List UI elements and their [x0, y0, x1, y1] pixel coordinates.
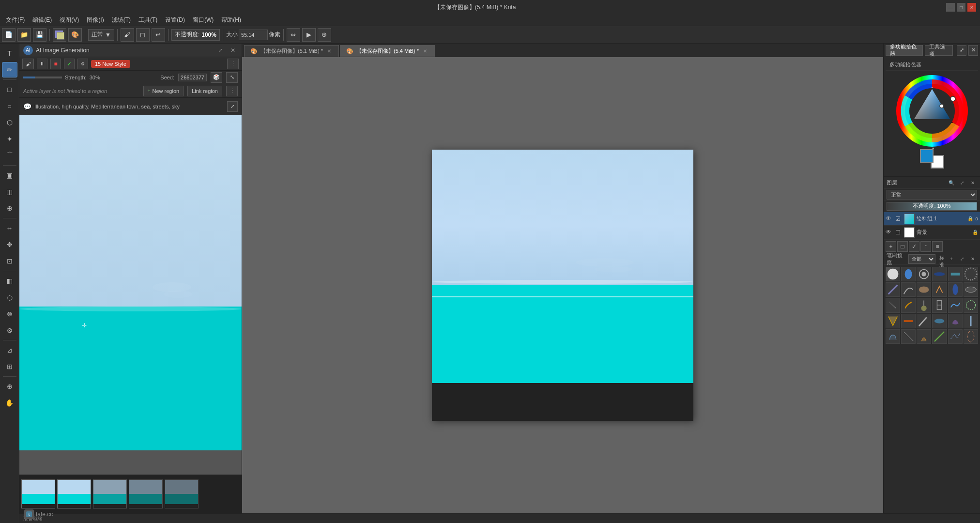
tool-colorpick[interactable]: ⊕	[2, 200, 17, 216]
tool-rect[interactable]: □	[2, 82, 17, 97]
foreground-color-btn[interactable]	[53, 28, 66, 42]
menu-file[interactable]: 文件(F)	[2, 15, 29, 25]
brush-preset-basic-5[interactable]	[948, 267, 963, 281]
minimize-button[interactable]: —	[946, 3, 955, 12]
layer-1-eye[interactable]: 👁	[886, 215, 893, 223]
brush-preset-pen-2[interactable]	[901, 282, 916, 297]
open-document-button[interactable]: 📁	[17, 28, 31, 42]
brush-preset-marker-6[interactable]	[964, 314, 978, 328]
tool-guides[interactable]: ⊞	[2, 359, 17, 374]
layer-1-checkbox[interactable]: ☑	[895, 215, 902, 222]
brush-preset-basic-3[interactable]	[917, 267, 931, 281]
brush-close-button[interactable]: ✕	[968, 255, 977, 263]
close-button[interactable]: ✕	[967, 3, 976, 12]
layer-opacity-bar[interactable]: 不透明度: 100%	[887, 202, 977, 211]
layer-visible-button[interactable]: ✓	[909, 241, 919, 252]
layer-2-checkbox[interactable]: ☐	[895, 229, 902, 236]
brush-add-preset[interactable]: +	[947, 255, 956, 263]
tool-pan[interactable]: ✋	[2, 395, 17, 411]
brush-standard-view[interactable]: 标准	[937, 255, 946, 263]
brush-preset-basic-6[interactable]	[964, 267, 978, 281]
right-panel-float-btn[interactable]: ⤢	[957, 45, 966, 56]
layer-up-button[interactable]: ↑	[920, 241, 931, 252]
menu-edit[interactable]: 编辑(E)	[29, 15, 56, 25]
layer-1-alpha[interactable]: α	[975, 216, 978, 221]
ai-preview-canvas[interactable]: ✛	[19, 115, 242, 513]
prompt-expand-button[interactable]: ⤢	[227, 101, 238, 112]
brush-preset-pencil-3[interactable]	[917, 298, 931, 312]
mirror-h-button[interactable]: ⇔	[287, 28, 300, 42]
layer-1-lock[interactable]: 🔒	[967, 216, 973, 221]
tab-tool-options[interactable]: 工具选项	[925, 45, 953, 56]
brush-tool-button[interactable]: 🖌	[121, 28, 134, 42]
foreground-color-swatch[interactable]	[920, 149, 934, 163]
brush-preset-ink-1[interactable]	[886, 329, 900, 344]
new-document-button[interactable]: 📄	[2, 28, 15, 42]
layer-search-button[interactable]: 🔍	[947, 179, 956, 187]
ai-stop-button[interactable]: ■	[50, 59, 61, 69]
menu-filter[interactable]: 滤镜(T)	[108, 15, 135, 25]
layer-2-eye[interactable]: 👁	[886, 229, 893, 236]
brush-float-button[interactable]: ⤢	[958, 255, 966, 263]
layer-group-button[interactable]: □	[897, 241, 908, 252]
ai-panel-options-button[interactable]: ⋮	[227, 59, 239, 69]
menu-settings[interactable]: 设置(D)	[161, 15, 189, 25]
tool-transform[interactable]: ↔	[2, 220, 17, 236]
undo-button[interactable]: ↩	[152, 28, 165, 42]
eraser-button[interactable]: ◻	[136, 28, 150, 42]
brush-preset-basic-4[interactable]	[932, 267, 947, 281]
brush-preset-ink-6[interactable]	[964, 329, 978, 344]
brush-preset-pencil-2[interactable]	[901, 298, 916, 312]
layer-blend-mode-select[interactable]: 正常 正片叠底 滤色 叠加	[887, 190, 977, 200]
brush-preset-marker-5[interactable]	[948, 314, 963, 328]
tool-zoom[interactable]: ⊕	[2, 379, 17, 394]
canvas-tab-2[interactable]: 🎨 【未保存图像】(5.4 MiB) * ✕	[340, 45, 435, 57]
brush-preset-basic-2[interactable]	[901, 267, 916, 281]
mirror-v-button[interactable]: ▶	[302, 28, 316, 42]
maximize-button[interactable]: □	[957, 3, 965, 12]
tool-move[interactable]: ✥	[2, 237, 17, 252]
brush-preset-pencil-6[interactable]	[964, 298, 978, 312]
tab-2-close[interactable]: ✕	[422, 48, 429, 55]
tab-1-close[interactable]: ✕	[326, 48, 333, 55]
brush-preset-pen-1[interactable]	[886, 282, 900, 297]
seed-random-button[interactable]: 🎲	[211, 72, 222, 83]
brush-filter-select[interactable]: 全部 常用 自定义	[908, 254, 935, 264]
color-wheel[interactable]	[896, 75, 968, 147]
brush-preset-marker-2[interactable]	[901, 314, 916, 328]
tab-color-picker[interactable]: 多功能拾色器	[886, 45, 923, 56]
color-settings-button[interactable]: 🎨	[68, 28, 82, 42]
ai-brush-icon[interactable]: 🖌	[22, 59, 34, 69]
tool-calligraphy[interactable]: ⌒	[2, 148, 17, 163]
region-options-button[interactable]: ⋮	[226, 86, 238, 96]
layer-item-2[interactable]: 👁 ☐ 背景 🔒	[884, 226, 980, 239]
brush-preset-basic-1[interactable]	[886, 267, 900, 281]
tool-path[interactable]: ✦	[2, 131, 17, 147]
layer-float-button[interactable]: ⤢	[958, 179, 966, 187]
tool-polygon[interactable]: ⬡	[2, 115, 17, 130]
ai-panel-float-button[interactable]: ⤢	[215, 46, 225, 55]
save-document-button[interactable]: 💾	[33, 28, 46, 42]
color-wheel-container[interactable]	[886, 71, 978, 174]
tool-gradient[interactable]: ◫	[2, 184, 17, 200]
brush-preset-pencil-5[interactable]	[948, 298, 963, 312]
brush-preset-ink-3[interactable]	[917, 329, 931, 344]
brush-preset-marker-3[interactable]	[917, 314, 931, 328]
menu-help[interactable]: 帮助(H)	[217, 15, 245, 25]
canvas-viewport[interactable]	[242, 57, 883, 513]
link-region-button[interactable]: Link region	[187, 86, 222, 96]
menu-image[interactable]: 图像(I)	[83, 15, 107, 25]
size-input[interactable]	[239, 30, 268, 40]
menu-view[interactable]: 视图(V)	[56, 15, 83, 25]
tool-text[interactable]: T	[2, 46, 17, 61]
tool-crop[interactable]: ⊡	[2, 253, 17, 269]
brush-preset-pencil-1[interactable]	[886, 298, 900, 312]
brush-preset-pencil-4[interactable]	[932, 298, 947, 312]
brush-preset-ink-5[interactable]	[948, 329, 963, 344]
menu-tools[interactable]: 工具(T)	[135, 15, 161, 25]
brush-preset-ink-2[interactable]	[901, 329, 916, 344]
brush-preset-pen-3[interactable]	[917, 282, 931, 297]
tool-fill[interactable]: ▣	[2, 168, 17, 183]
blend-mode-dropdown[interactable]: 正常 ▼	[88, 29, 114, 41]
layer-add-button[interactable]: +	[886, 241, 896, 252]
